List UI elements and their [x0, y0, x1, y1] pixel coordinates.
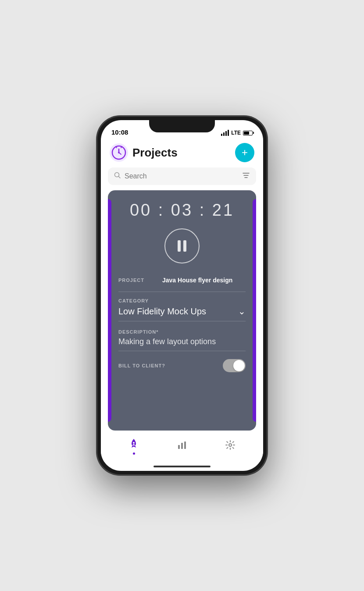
category-label: CATEGORY — [118, 298, 246, 303]
page-title: Projects — [132, 146, 235, 160]
svg-point-12 — [133, 442, 135, 444]
description-label: DESCRIPTION* — [118, 329, 246, 335]
signal-icon — [221, 130, 229, 136]
category-block: CATEGORY Low Fidelity Mock Ups ⌄ — [118, 298, 246, 321]
status-icons: LTE — [221, 130, 253, 136]
category-select-row[interactable]: Low Fidelity Mock Ups ⌄ — [118, 306, 246, 321]
filter-icon[interactable] — [242, 172, 250, 181]
description-block: DESCRIPTION* Making a few layout options — [118, 329, 246, 351]
phone-frame: 10:08 LTE — [96, 116, 268, 475]
header: Projects + — [101, 139, 263, 167]
project-label: PROJECT — [118, 278, 162, 283]
category-value: Low Fidelity Mock Ups — [118, 306, 206, 317]
pause-button-wrap — [118, 228, 246, 263]
search-bar[interactable] — [108, 167, 256, 185]
divider-1 — [118, 292, 246, 292]
project-value: Java House flyer design — [162, 277, 232, 284]
battery-icon — [243, 131, 253, 135]
phone-screen: 10:08 LTE — [101, 120, 263, 471]
lte-label: LTE — [231, 130, 241, 136]
bill-label: BILL TO CLIENT? — [118, 363, 165, 368]
search-input[interactable] — [125, 172, 242, 180]
nav-item-settings[interactable] — [216, 436, 244, 456]
project-field-row: PROJECT Java House flyer design — [118, 277, 246, 284]
svg-point-4 — [118, 152, 120, 153]
svg-rect-13 — [178, 445, 180, 449]
bill-row: BILL TO CLIENT? — [118, 359, 246, 372]
bottom-nav — [101, 431, 263, 462]
app-logo — [110, 143, 128, 162]
rocket-icon — [128, 438, 139, 451]
bill-toggle[interactable] — [223, 359, 246, 372]
description-value: Making a few layout options — [118, 337, 246, 351]
chart-icon — [177, 440, 187, 453]
svg-rect-14 — [181, 443, 183, 449]
add-project-button[interactable]: + — [235, 143, 254, 162]
home-indicator — [101, 462, 263, 471]
timer-display: 00 : 03 : 21 — [118, 201, 246, 220]
svg-rect-15 — [184, 441, 186, 449]
notch — [149, 120, 215, 132]
svg-line-8 — [119, 177, 121, 178]
svg-point-16 — [229, 444, 232, 446]
chevron-down-icon: ⌄ — [238, 306, 246, 317]
settings-icon — [225, 440, 236, 453]
plus-icon: + — [242, 147, 248, 158]
pause-button[interactable] — [164, 228, 200, 263]
nav-active-dot — [133, 452, 135, 455]
status-time: 10:08 — [111, 128, 128, 136]
pause-icon — [178, 240, 186, 252]
home-bar — [153, 466, 211, 467]
timer-card: 00 : 03 : 21 PROJECT Java House flyer de… — [108, 190, 256, 431]
nav-item-chart[interactable] — [168, 436, 196, 456]
toggle-thumb — [233, 360, 245, 371]
nav-item-rocket[interactable] — [120, 434, 148, 458]
search-icon — [114, 172, 121, 181]
